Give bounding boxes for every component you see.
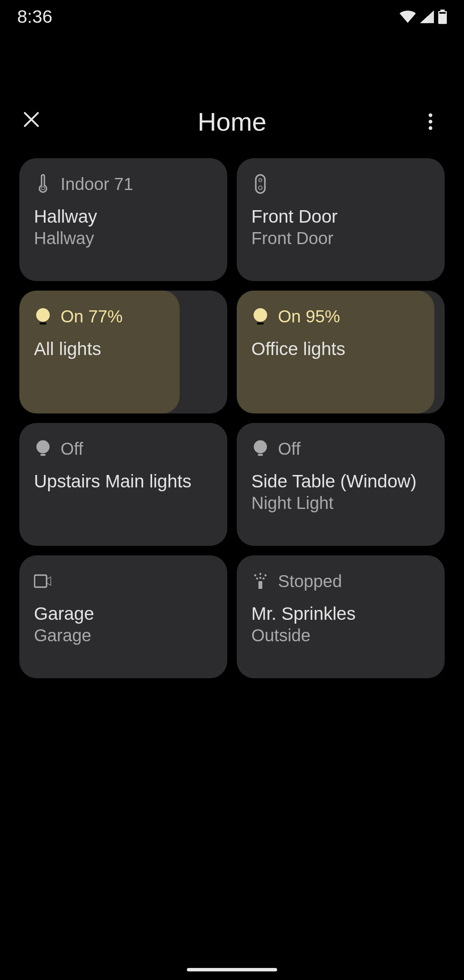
card-status: On 95% <box>278 307 340 326</box>
svg-rect-13 <box>40 454 46 456</box>
close-button[interactable] <box>21 110 46 134</box>
card-name: Garage <box>34 603 214 624</box>
card-name: Hallway <box>34 206 214 227</box>
card-subtitle: Hallway <box>34 229 214 248</box>
device-grid: Indoor 71 Hallway Hallway Front Door Fro… <box>0 158 464 678</box>
svg-point-8 <box>36 308 50 322</box>
card-status: Stopped <box>278 572 342 591</box>
svg-rect-23 <box>259 581 263 589</box>
svg-point-7 <box>259 186 262 190</box>
bulb-icon <box>251 307 269 325</box>
battery-icon <box>438 9 447 24</box>
card-name: Office lights <box>251 339 432 359</box>
status-time: 8:36 <box>17 6 52 27</box>
wifi-icon <box>400 10 416 23</box>
card-status: Indoor 71 <box>61 175 133 194</box>
svg-point-6 <box>259 179 262 182</box>
page-title: Home <box>46 107 418 137</box>
device-card-office-lights[interactable]: On 95% Office lights <box>237 291 445 413</box>
svg-rect-9 <box>40 322 46 325</box>
svg-point-22 <box>263 578 265 580</box>
svg-point-12 <box>37 441 49 453</box>
card-name: Mr. Sprinkles <box>251 603 432 624</box>
card-subtitle: Garage <box>34 626 214 645</box>
device-card-front-door[interactable]: Front Door Front Door <box>237 158 445 281</box>
svg-point-14 <box>255 441 266 453</box>
device-card-upstairs-lights[interactable]: Off Upstairs Main lights <box>19 423 227 546</box>
signal-icon <box>420 10 434 23</box>
svg-point-19 <box>265 574 267 576</box>
card-subtitle: Night Light <box>251 493 432 513</box>
svg-point-10 <box>253 308 267 322</box>
svg-point-20 <box>256 578 258 580</box>
doorbell-icon <box>251 175 269 193</box>
svg-point-3 <box>429 126 433 130</box>
thermometer-icon <box>34 175 52 193</box>
svg-point-1 <box>429 113 433 117</box>
card-name: All lights <box>34 339 214 359</box>
svg-rect-16 <box>34 575 46 587</box>
device-card-garage[interactable]: Garage Garage <box>19 555 227 678</box>
card-status: On 77% <box>61 307 123 326</box>
svg-point-4 <box>41 187 45 190</box>
bulb-icon <box>34 307 52 325</box>
svg-rect-0 <box>440 12 446 14</box>
statusbar: 8:36 <box>0 0 464 34</box>
svg-point-18 <box>259 573 262 575</box>
svg-rect-11 <box>257 322 264 325</box>
nav-gesture-bar[interactable] <box>187 968 277 971</box>
card-status: Off <box>61 439 83 459</box>
svg-rect-5 <box>256 175 265 193</box>
card-subtitle: Outside <box>251 626 432 645</box>
svg-point-21 <box>259 577 262 579</box>
header: Home <box>0 85 464 158</box>
bulb-outline-icon <box>34 440 52 458</box>
camera-icon <box>34 572 52 590</box>
card-name: Side Table (Window) <box>251 471 432 492</box>
card-status: Off <box>278 439 301 459</box>
device-card-side-table[interactable]: Off Side Table (Window) Night Light <box>237 423 445 546</box>
svg-point-17 <box>254 574 256 576</box>
svg-point-2 <box>429 120 433 124</box>
card-name: Front Door <box>251 206 432 227</box>
bulb-outline-icon <box>251 440 269 458</box>
card-name: Upstairs Main lights <box>34 471 214 492</box>
more-button[interactable] <box>418 110 443 134</box>
sprinkler-icon <box>251 572 269 590</box>
device-card-all-lights[interactable]: On 77% All lights <box>19 291 227 413</box>
device-card-hallway[interactable]: Indoor 71 Hallway Hallway <box>19 158 227 281</box>
card-subtitle: Front Door <box>251 229 432 248</box>
svg-rect-15 <box>258 454 263 456</box>
device-card-sprinkler[interactable]: Stopped Mr. Sprinkles Outside <box>237 555 445 678</box>
